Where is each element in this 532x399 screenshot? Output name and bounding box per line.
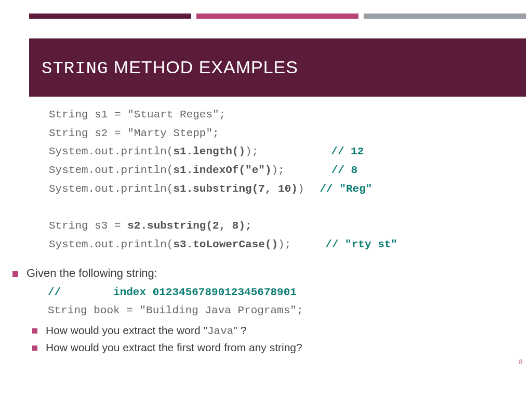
bullet-marker-icon [32,345,37,351]
code-line: System.out.println(s1.substring(7, 10))/… [49,180,520,198]
accent-seg-dark [29,14,191,19]
bullet-list: Given the following string: // index 012… [12,267,520,354]
code-line: System.out.println(s3.toLowerCase());// … [49,235,520,254]
title-sans: METHOD EXAMPLES [108,57,298,77]
accent-seg-pink [196,14,358,19]
title-bar: STRING METHOD EXAMPLES [29,38,526,97]
code-line: System.out.println(s1.indexOf("e"));// 8 [49,161,520,180]
code-line: String book = "Building Java Programs"; [48,301,520,320]
bullet-text: How would you extract the word "Java" ? [46,324,246,337]
bullet-marker-icon [32,328,37,334]
code-block-2: // index 0123456789012345678901 String b… [48,283,520,320]
code-line: System.out.println(s1.length());// 12 [49,142,520,161]
code-line: String s3 = s2.substring(2, 8); [49,217,520,235]
code-line: String s1 = "Stuart Reges"; [49,105,520,124]
code-line: // index 0123456789012345678901 [48,283,520,302]
content-area: String s1 = "Stuart Reges"; String s2 = … [12,105,520,357]
code-block-1: String s1 = "Stuart Reges"; String s2 = … [49,105,520,254]
bullet-intro: Given the following string: [12,267,520,280]
accent-row [29,14,526,19]
blank-line [49,198,520,217]
page-number: 8 [519,358,523,366]
bullet-q1: How would you extract the word "Java" ? [32,324,520,337]
bullet-marker-icon [12,271,18,277]
bullet-text: Given the following string: [26,267,157,280]
bullet-q2: How would you extract the first word fro… [32,341,520,354]
bullet-text: How would you extract the first word fro… [46,341,302,354]
code-line: String s2 = "Marty Stepp"; [49,124,520,143]
slide-title: STRING METHOD EXAMPLES [42,57,298,78]
accent-seg-gray [364,14,526,19]
title-mono: STRING [42,59,108,78]
